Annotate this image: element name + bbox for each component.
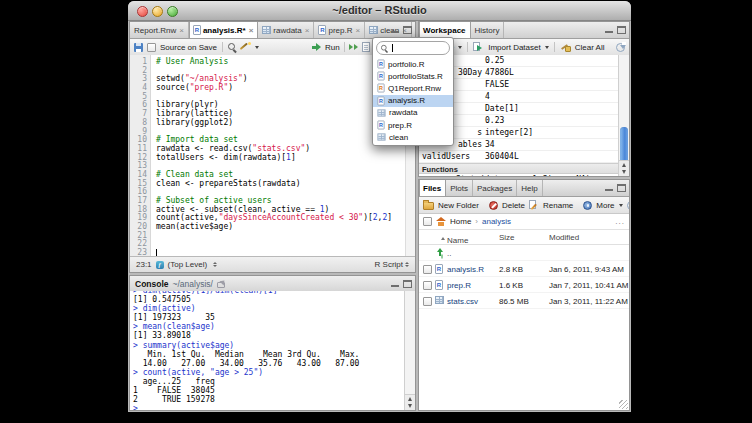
minimize-pane-icon[interactable] — [391, 285, 399, 287]
tab-label: Report.Rnw — [134, 26, 176, 35]
console-header: Console ~/analysis/ — [130, 276, 415, 292]
run-icon[interactable] — [312, 43, 322, 52]
cursor-position: 23:1 — [136, 260, 152, 269]
editor-tab-analysis-r-[interactable]: analysis.R*× — [189, 22, 258, 38]
tab-overflow-chevron-icon[interactable]: » — [412, 25, 416, 35]
column-modified[interactable]: Modified — [549, 233, 579, 242]
column-size[interactable]: Size — [499, 233, 515, 242]
tab-packages[interactable]: Packages — [473, 180, 517, 196]
file-checkbox[interactable] — [423, 265, 432, 274]
workspace-scrollbar[interactable] — [618, 55, 629, 176]
close-tab-icon[interactable]: × — [249, 26, 254, 35]
breadcrumb-folder[interactable]: analysis — [482, 217, 511, 226]
console-scrollbar[interactable] — [404, 291, 415, 410]
goto-item-portfolio-r[interactable]: portfolio.R — [373, 58, 453, 70]
file-type-selector[interactable]: R Script — [375, 260, 403, 269]
new-folder-icon[interactable] — [423, 202, 434, 210]
save-icon[interactable] — [134, 43, 143, 52]
workspace-row[interactable]: validUsers360404L — [419, 151, 619, 163]
new-folder-button[interactable]: New Folder — [438, 201, 479, 210]
tab-files[interactable]: Files — [419, 180, 446, 196]
maximize-pane-icon[interactable] — [403, 280, 412, 288]
file-row[interactable]: analysis.R2.8 KBJan 6, 2011, 9:43 AM — [419, 261, 629, 277]
source-on-save-checkbox[interactable] — [147, 43, 156, 52]
clear-all-button[interactable]: Clear All — [575, 43, 605, 52]
more-button[interactable]: More — [596, 201, 614, 210]
import-dataset-icon[interactable] — [473, 42, 484, 52]
source-file-icon[interactable] — [362, 42, 370, 52]
goto-item-portfoliostats-r[interactable]: portfolioStats.R — [373, 70, 453, 82]
file-link[interactable]: prep.R — [447, 281, 471, 290]
maximize-pane-icon[interactable] — [617, 184, 626, 192]
clear-all-icon[interactable] — [560, 42, 571, 52]
goto-item-prep-r[interactable]: prep.R — [373, 119, 453, 131]
goto-item-q1report-rnw[interactable]: Q1Report.Rnw — [373, 82, 453, 94]
home-icon[interactable] — [436, 217, 446, 226]
more-gear-icon[interactable] — [583, 201, 592, 210]
breadcrumb-home[interactable]: Home — [450, 217, 471, 226]
code-line: totalUsers <- dim(rawdata)[1] — [156, 154, 415, 163]
minimize-pane-icon[interactable] — [605, 31, 613, 33]
import-dataset-button[interactable]: Import Dataset — [488, 43, 540, 52]
maximize-pane-icon[interactable] — [403, 26, 412, 34]
console-body[interactable]: > dim(active)[1]/dim(clean)[1][1] 0.5475… — [130, 291, 415, 410]
close-tab-icon[interactable]: × — [305, 26, 310, 35]
select-all-checkbox[interactable] — [423, 217, 432, 226]
minimize-pane-icon[interactable] — [605, 189, 613, 191]
chevron-down-icon — [619, 204, 623, 207]
title-bar[interactable]: ~/editor – RStudio — [128, 1, 631, 21]
file-link[interactable]: analysis.R — [447, 265, 484, 274]
file-checkbox[interactable] — [423, 281, 432, 290]
parent-directory-link[interactable]: .. — [447, 249, 451, 258]
close-tab-icon[interactable]: × — [355, 26, 360, 35]
maximize-pane-icon[interactable] — [617, 26, 626, 34]
code-line: clean <- prepareStats(rawdata) — [156, 180, 415, 189]
functions-section-header: Functions — [419, 163, 619, 174]
breadcrumb-ellipsis[interactable]: ... — [615, 217, 625, 226]
delete-icon[interactable] — [489, 201, 498, 210]
close-tab-icon[interactable]: × — [179, 26, 184, 35]
rerun-icon[interactable] — [349, 43, 359, 52]
code-tools-icon[interactable] — [241, 42, 251, 52]
rename-button[interactable]: Rename — [543, 201, 573, 210]
console-result: age...25 freq — [133, 377, 402, 386]
code-line: mean(active$age) — [156, 223, 415, 232]
editor-tab-report-rnw[interactable]: Report.Rnw× — [130, 22, 189, 38]
rnw-icon — [377, 84, 384, 93]
scope-selector[interactable]: (Top Level) — [168, 260, 208, 269]
find-icon[interactable] — [228, 43, 237, 52]
file-row[interactable]: .. — [419, 245, 629, 261]
goto-item-clean[interactable]: clean — [373, 131, 453, 143]
chevron-down-icon — [458, 46, 462, 49]
tab-label: Workspace — [423, 26, 466, 35]
tab-plots[interactable]: Plots — [446, 180, 473, 196]
goto-item-analysis-r[interactable]: analysis.R — [373, 95, 453, 107]
file-row[interactable]: prep.R1.6 KBJan 7, 2011, 10:41 AM — [419, 277, 629, 293]
console-scrollbar-arrows[interactable] — [405, 394, 415, 410]
delete-button[interactable]: Delete — [502, 201, 525, 210]
workspace-scrollbar-arrows[interactable] — [619, 160, 629, 176]
editor-tab-rawdata[interactable]: rawdata× — [258, 22, 314, 38]
tab-workspace[interactable]: Workspace — [419, 22, 471, 38]
goto-directory-icon[interactable] — [217, 280, 226, 288]
run-button[interactable]: Run — [325, 43, 340, 52]
editor-tab-prep-r[interactable]: prep.R× — [314, 22, 365, 38]
resize-grip[interactable] — [619, 400, 628, 409]
refresh-icon[interactable] — [627, 201, 630, 210]
rename-icon[interactable] — [529, 200, 539, 210]
workspace-function-row[interactable]: prepareStats(data, sampleSize = NA) — [419, 174, 619, 177]
goto-search-input[interactable] — [376, 41, 450, 55]
refresh-icon[interactable] — [616, 43, 625, 52]
minimize-pane-icon[interactable] — [391, 31, 399, 33]
file-checkbox[interactable] — [423, 297, 432, 306]
file-link[interactable]: stats.csv — [447, 297, 478, 306]
tab-help[interactable]: Help — [517, 180, 542, 196]
console-result: [1] 0.547505 — [133, 295, 402, 304]
goto-item-rawdata[interactable]: rawdata — [373, 107, 453, 119]
file-row[interactable]: stats.csv86.5 MBJan 3, 2011, 11:22 AM — [419, 293, 629, 309]
console-command: > count(active, "age > 25") — [133, 368, 402, 377]
text-cursor — [392, 44, 393, 52]
column-name[interactable]: Name — [441, 233, 447, 242]
console-result: [1] 33.89018 — [133, 331, 402, 340]
tab-history[interactable]: History — [471, 22, 505, 38]
